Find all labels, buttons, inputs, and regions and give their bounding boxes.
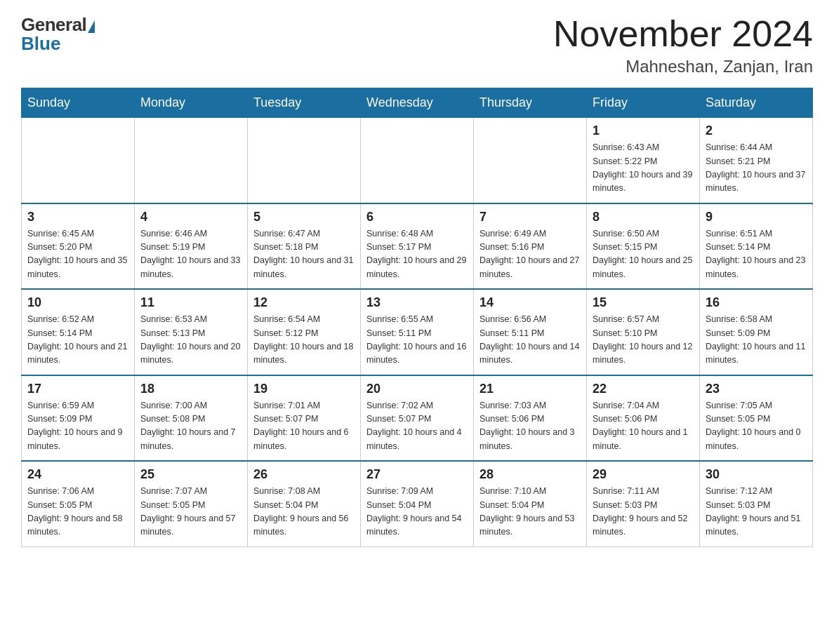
- day-number: 22: [593, 382, 694, 396]
- calendar-cell: 30Sunrise: 7:12 AMSunset: 5:03 PMDayligh…: [700, 461, 813, 546]
- day-number: 13: [366, 295, 468, 310]
- title-section: November 2024 Mahneshan, Zanjan, Iran: [553, 14, 813, 76]
- month-title: November 2024: [553, 14, 813, 54]
- calendar-week-2: 3Sunrise: 6:45 AMSunset: 5:20 PMDaylight…: [22, 203, 813, 290]
- calendar-cell: 17Sunrise: 6:59 AMSunset: 5:09 PMDayligh…: [22, 375, 135, 462]
- day-number: 16: [706, 295, 807, 310]
- calendar-cell: 28Sunrise: 7:10 AMSunset: 5:04 PMDayligh…: [474, 461, 587, 546]
- calendar-week-4: 17Sunrise: 6:59 AMSunset: 5:09 PMDayligh…: [22, 375, 813, 462]
- calendar-cell: 13Sunrise: 6:55 AMSunset: 5:11 PMDayligh…: [361, 289, 474, 375]
- day-number: 28: [479, 467, 581, 482]
- calendar-cell: 8Sunrise: 6:50 AMSunset: 5:15 PMDaylight…: [587, 203, 700, 290]
- day-number: 12: [253, 295, 355, 310]
- day-number: 29: [593, 467, 694, 482]
- day-number: 30: [706, 467, 807, 482]
- day-info: Sunrise: 6:52 AMSunset: 5:14 PMDaylight:…: [27, 313, 128, 368]
- calendar-cell: 1Sunrise: 6:43 AMSunset: 5:22 PMDaylight…: [587, 118, 700, 203]
- day-info: Sunrise: 6:50 AMSunset: 5:15 PMDaylight:…: [593, 227, 694, 282]
- day-info: Sunrise: 7:10 AMSunset: 5:04 PMDaylight:…: [479, 485, 581, 539]
- day-number: 18: [140, 382, 241, 396]
- calendar-cell: 14Sunrise: 6:56 AMSunset: 5:11 PMDayligh…: [474, 289, 587, 375]
- day-number: 9: [706, 210, 807, 224]
- day-number: 19: [253, 382, 355, 396]
- calendar-cell: 6Sunrise: 6:48 AMSunset: 5:17 PMDaylight…: [361, 203, 474, 290]
- calendar-cell: 27Sunrise: 7:09 AMSunset: 5:04 PMDayligh…: [361, 461, 474, 546]
- day-info: Sunrise: 6:46 AMSunset: 5:19 PMDaylight:…: [140, 227, 241, 282]
- logo-triangle-icon: [88, 20, 95, 33]
- day-info: Sunrise: 6:56 AMSunset: 5:11 PMDaylight:…: [479, 313, 581, 368]
- day-info: Sunrise: 7:02 AMSunset: 5:07 PMDaylight:…: [366, 399, 468, 454]
- day-info: Sunrise: 6:43 AMSunset: 5:22 PMDaylight:…: [593, 141, 694, 196]
- day-info: Sunrise: 6:57 AMSunset: 5:10 PMDaylight:…: [593, 313, 694, 368]
- calendar-cell: 4Sunrise: 6:46 AMSunset: 5:19 PMDaylight…: [135, 203, 248, 290]
- weekday-header-tuesday: Tuesday: [248, 88, 361, 118]
- day-info: Sunrise: 6:54 AMSunset: 5:12 PMDaylight:…: [253, 313, 355, 368]
- day-info: Sunrise: 6:48 AMSunset: 5:17 PMDaylight:…: [366, 227, 468, 282]
- calendar-cell: 29Sunrise: 7:11 AMSunset: 5:03 PMDayligh…: [587, 461, 700, 546]
- day-number: 15: [593, 295, 694, 310]
- day-number: 23: [706, 382, 807, 396]
- weekday-header-monday: Monday: [135, 88, 248, 118]
- day-number: 24: [27, 467, 128, 482]
- day-info: Sunrise: 7:03 AMSunset: 5:06 PMDaylight:…: [479, 399, 581, 454]
- calendar-cell: 21Sunrise: 7:03 AMSunset: 5:06 PMDayligh…: [474, 375, 587, 462]
- calendar-cell: 2Sunrise: 6:44 AMSunset: 5:21 PMDaylight…: [700, 118, 813, 203]
- calendar-table: SundayMondayTuesdayWednesdayThursdayFrid…: [21, 88, 813, 547]
- page-header: General Blue November 2024 Mahneshan, Za…: [21, 14, 813, 76]
- day-number: 21: [479, 382, 581, 396]
- calendar-cell: 9Sunrise: 6:51 AMSunset: 5:14 PMDaylight…: [700, 203, 813, 290]
- calendar-cell: 26Sunrise: 7:08 AMSunset: 5:04 PMDayligh…: [248, 461, 361, 546]
- day-number: 4: [140, 210, 241, 224]
- calendar-cell: 3Sunrise: 6:45 AMSunset: 5:20 PMDaylight…: [22, 203, 135, 290]
- weekday-header-thursday: Thursday: [474, 88, 587, 118]
- calendar-cell: 7Sunrise: 6:49 AMSunset: 5:16 PMDaylight…: [474, 203, 587, 290]
- day-info: Sunrise: 6:49 AMSunset: 5:16 PMDaylight:…: [479, 227, 581, 282]
- day-info: Sunrise: 7:12 AMSunset: 5:03 PMDaylight:…: [706, 485, 807, 539]
- day-info: Sunrise: 7:11 AMSunset: 5:03 PMDaylight:…: [593, 485, 694, 539]
- day-info: Sunrise: 7:08 AMSunset: 5:04 PMDaylight:…: [253, 485, 355, 539]
- calendar-cell: 15Sunrise: 6:57 AMSunset: 5:10 PMDayligh…: [587, 289, 700, 375]
- calendar-cell: 24Sunrise: 7:06 AMSunset: 5:05 PMDayligh…: [22, 461, 135, 546]
- calendar-cell: 23Sunrise: 7:05 AMSunset: 5:05 PMDayligh…: [700, 375, 813, 462]
- weekday-header-friday: Friday: [587, 88, 700, 118]
- day-info: Sunrise: 6:53 AMSunset: 5:13 PMDaylight:…: [140, 313, 241, 368]
- day-number: 2: [706, 123, 807, 138]
- calendar-cell: 11Sunrise: 6:53 AMSunset: 5:13 PMDayligh…: [135, 289, 248, 375]
- day-number: 26: [253, 467, 355, 482]
- weekday-header-row: SundayMondayTuesdayWednesdayThursdayFrid…: [22, 88, 813, 118]
- calendar-cell: 22Sunrise: 7:04 AMSunset: 5:06 PMDayligh…: [587, 375, 700, 462]
- calendar-week-5: 24Sunrise: 7:06 AMSunset: 5:05 PMDayligh…: [22, 461, 813, 546]
- day-number: 3: [27, 210, 128, 224]
- day-info: Sunrise: 7:05 AMSunset: 5:05 PMDaylight:…: [706, 399, 807, 454]
- day-info: Sunrise: 6:59 AMSunset: 5:09 PMDaylight:…: [27, 399, 128, 454]
- day-number: 27: [366, 467, 468, 482]
- calendar-cell: 19Sunrise: 7:01 AMSunset: 5:07 PMDayligh…: [248, 375, 361, 462]
- calendar-week-1: 1Sunrise: 6:43 AMSunset: 5:22 PMDaylight…: [22, 118, 813, 203]
- day-number: 10: [27, 295, 128, 310]
- location-title: Mahneshan, Zanjan, Iran: [553, 57, 813, 76]
- calendar-cell: 25Sunrise: 7:07 AMSunset: 5:05 PMDayligh…: [135, 461, 248, 546]
- day-number: 25: [140, 467, 241, 482]
- day-info: Sunrise: 7:09 AMSunset: 5:04 PMDaylight:…: [366, 485, 468, 539]
- day-info: Sunrise: 6:45 AMSunset: 5:20 PMDaylight:…: [27, 227, 128, 282]
- calendar-cell: 10Sunrise: 6:52 AMSunset: 5:14 PMDayligh…: [22, 289, 135, 375]
- day-info: Sunrise: 6:58 AMSunset: 5:09 PMDaylight:…: [706, 313, 807, 368]
- day-info: Sunrise: 6:44 AMSunset: 5:21 PMDaylight:…: [706, 141, 807, 196]
- day-info: Sunrise: 7:07 AMSunset: 5:05 PMDaylight:…: [140, 485, 241, 539]
- day-info: Sunrise: 6:55 AMSunset: 5:11 PMDaylight:…: [366, 313, 468, 368]
- day-info: Sunrise: 7:01 AMSunset: 5:07 PMDaylight:…: [253, 399, 355, 454]
- calendar-cell: [135, 118, 248, 203]
- day-info: Sunrise: 7:00 AMSunset: 5:08 PMDaylight:…: [140, 399, 241, 454]
- calendar-cell: 18Sunrise: 7:00 AMSunset: 5:08 PMDayligh…: [135, 375, 248, 462]
- weekday-header-saturday: Saturday: [700, 88, 813, 118]
- day-info: Sunrise: 7:04 AMSunset: 5:06 PMDaylight:…: [593, 399, 694, 454]
- calendar-cell: [361, 118, 474, 203]
- day-info: Sunrise: 6:47 AMSunset: 5:18 PMDaylight:…: [253, 227, 355, 282]
- calendar-cell: 12Sunrise: 6:54 AMSunset: 5:12 PMDayligh…: [248, 289, 361, 375]
- day-number: 11: [140, 295, 241, 310]
- day-info: Sunrise: 6:51 AMSunset: 5:14 PMDaylight:…: [706, 227, 807, 282]
- calendar-cell: [22, 118, 135, 203]
- weekday-header-sunday: Sunday: [22, 88, 135, 118]
- logo: General Blue: [21, 14, 95, 55]
- logo-blue-text: Blue: [21, 33, 60, 55]
